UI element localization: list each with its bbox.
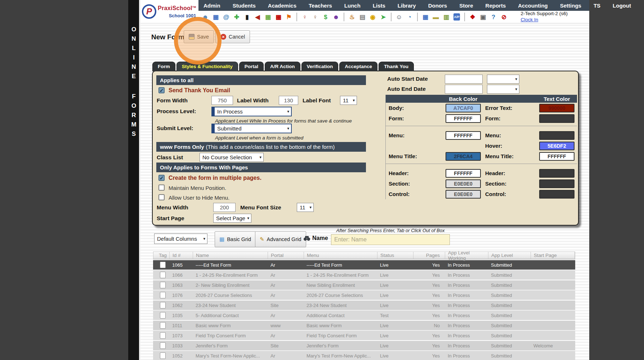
back-color-swatch[interactable]: E0E0E0 xyxy=(446,190,481,199)
maintain-menu-checkbox[interactable] xyxy=(158,185,165,191)
toolbar-icon[interactable]: ▬ xyxy=(432,13,440,21)
back-color-swatch[interactable]: E0E0E0 xyxy=(446,179,481,188)
submit-level-select[interactable]: Submitted ▾ xyxy=(211,124,292,133)
toolbar-icon[interactable]: ▥ xyxy=(442,13,450,21)
toolbar-icon[interactable]: ▦ xyxy=(264,13,272,21)
col-header-app-level[interactable]: App Level xyxy=(488,252,531,259)
nav-item[interactable]: Store xyxy=(459,3,473,9)
table-row[interactable]: 1076 2026-27 Course Selections Ar 2026-2… xyxy=(153,290,575,300)
col-header-app-level-working[interactable]: App Level Working xyxy=(445,252,488,259)
table-row[interactable]: 1073 Field Trip Consent Form Ar Field Tr… xyxy=(153,331,575,340)
toolbar-icon[interactable]: ❖ xyxy=(469,13,477,21)
label-font-select[interactable]: 11▾ xyxy=(340,96,357,105)
form-width-input[interactable] xyxy=(211,96,233,105)
table-row[interactable]: 1033 Jennifer's Form Site Jennifer's For… xyxy=(153,341,575,350)
toolbar-icon[interactable] xyxy=(296,13,297,21)
toolbar-icon[interactable]: ⚑ xyxy=(285,13,293,21)
process-level-select[interactable]: In Process ▾ xyxy=(211,107,292,116)
toolbar-icon[interactable]: ▦ xyxy=(212,13,220,21)
toolbar-icon[interactable]: ☻ xyxy=(332,13,340,21)
toolbar-icon[interactable]: ◀ xyxy=(254,13,261,21)
col-header-name[interactable]: Name xyxy=(193,252,268,259)
row-tag-checkbox[interactable] xyxy=(160,322,166,329)
send-thank-you-checkbox[interactable]: ✓ xyxy=(158,87,165,93)
row-tag-checkbox[interactable] xyxy=(160,272,166,278)
nav-item[interactable]: Library xyxy=(398,3,416,9)
row-tag-checkbox[interactable] xyxy=(160,332,166,339)
nav-item[interactable]: Reports xyxy=(486,3,506,9)
text-color-swatch[interactable]: 990000 xyxy=(539,104,574,112)
toolbar-icon[interactable]: ♀ xyxy=(301,13,309,21)
auto-start-date-input[interactable] xyxy=(445,75,483,84)
table-row[interactable]: 1035 5- Additional Contact Ar Additional… xyxy=(153,311,575,320)
cancel-button[interactable]: ✕ Cancel xyxy=(215,30,250,43)
allow-hide-menu-checkbox[interactable] xyxy=(158,194,165,200)
tab[interactable]: Form xyxy=(152,62,175,71)
toolbar-icon[interactable] xyxy=(344,13,344,21)
toolbar-icon[interactable]: ▦ xyxy=(421,13,429,21)
back-color-swatch[interactable]: A7CAF0 xyxy=(446,104,481,112)
row-tag-checkbox[interactable] xyxy=(160,342,166,349)
tab[interactable]: Styles & Functionality xyxy=(176,62,238,71)
tab[interactable]: Verification xyxy=(301,62,339,71)
toolbar-icon[interactable]: ⊘ xyxy=(500,13,508,21)
class-list-select[interactable]: No Course Selection▾ xyxy=(200,153,264,162)
nav-item[interactable]: Logout xyxy=(613,3,631,9)
nav-item[interactable]: Students xyxy=(233,3,256,9)
tab[interactable]: A/R Action xyxy=(265,62,300,71)
auto-end-date-input[interactable] xyxy=(445,85,483,94)
table-row[interactable]: 1063 2- New Sibling Enrollment Ar New Si… xyxy=(153,280,575,290)
table-row[interactable]: 1011 Basic www Form www Basic www Form L… xyxy=(153,321,575,330)
auto-end-date-select[interactable]: ▾ xyxy=(487,85,519,94)
nav-item[interactable]: Admin xyxy=(204,3,220,9)
text-color-swatch[interactable]: FFFFFF xyxy=(539,152,574,161)
toolbar-icon[interactable]: ▦ xyxy=(274,13,282,21)
toolbar-icon[interactable]: ♨ xyxy=(348,13,356,21)
save-button[interactable]: Save xyxy=(184,30,214,43)
nav-item[interactable]: Lists xyxy=(373,3,385,9)
label-width-input[interactable] xyxy=(279,96,298,105)
toolbar-icon[interactable]: $ xyxy=(322,13,330,21)
back-color-swatch[interactable]: FFFFFF xyxy=(446,131,481,140)
tab[interactable]: Portal xyxy=(239,62,264,71)
text-color-swatch[interactable] xyxy=(539,131,574,140)
nav-item[interactable]: Academics xyxy=(268,3,296,9)
row-tag-checkbox[interactable] xyxy=(160,352,166,359)
text-color-swatch[interactable] xyxy=(539,179,574,188)
toolbar-icon[interactable]: ✚ xyxy=(233,13,241,21)
multiple-pages-checkbox[interactable]: ✓ xyxy=(158,175,165,181)
toolbar-icon[interactable]: ◉ xyxy=(369,13,377,21)
text-color-swatch[interactable] xyxy=(539,114,574,123)
menu-width-input[interactable] xyxy=(213,203,236,212)
nav-item[interactable]: Accounting xyxy=(518,3,548,9)
toolbar-icon[interactable] xyxy=(464,13,465,21)
back-color-swatch[interactable]: 2F6CA4 xyxy=(446,152,481,161)
text-color-swatch[interactable] xyxy=(539,169,574,178)
tab[interactable]: Thank You xyxy=(379,62,414,71)
col-header-start-page[interactable]: Start Page xyxy=(531,252,575,259)
nav-item[interactable]: Teachers xyxy=(309,3,332,9)
col-header-pages[interactable]: Pages xyxy=(413,252,445,259)
name-search-input[interactable] xyxy=(331,234,450,245)
nav-item[interactable]: TS xyxy=(594,3,600,9)
basic-grid-button[interactable]: ▦ Basic Grid xyxy=(215,231,256,247)
toolbar-icon[interactable] xyxy=(391,13,392,21)
table-row[interactable]: 1052 Mary's Test Form-New Applic... Ar M… xyxy=(153,351,575,360)
table-row[interactable]: 1066 1 - 24-25 Re-Enrollment Form Ar 1 -… xyxy=(153,270,575,280)
row-tag-checkbox[interactable] xyxy=(160,282,166,288)
row-tag-checkbox[interactable] xyxy=(160,312,166,319)
col-header-id[interactable]: Id # xyxy=(170,252,193,259)
back-color-swatch[interactable]: FFFFFF xyxy=(446,169,481,178)
toolbar-icon[interactable]: ☻ xyxy=(201,13,209,21)
toolbar-icon[interactable]: ◔ xyxy=(406,13,413,21)
row-tag-checkbox[interactable] xyxy=(160,292,166,298)
toolbar-icon[interactable]: ☺ xyxy=(395,13,403,21)
auto-start-date-select[interactable]: ▾ xyxy=(487,75,519,84)
row-tag-checkbox[interactable] xyxy=(160,302,166,308)
menu-font-select[interactable]: 11▾ xyxy=(297,203,314,212)
col-header-status[interactable]: Status xyxy=(377,252,413,259)
toolbar-icon[interactable]: ▮ xyxy=(243,13,251,21)
toolbar-icon[interactable]: ▤ xyxy=(358,13,366,21)
nav-item[interactable]: Lunch xyxy=(344,3,361,9)
toolbar-icon[interactable]: ➤ xyxy=(379,13,387,21)
